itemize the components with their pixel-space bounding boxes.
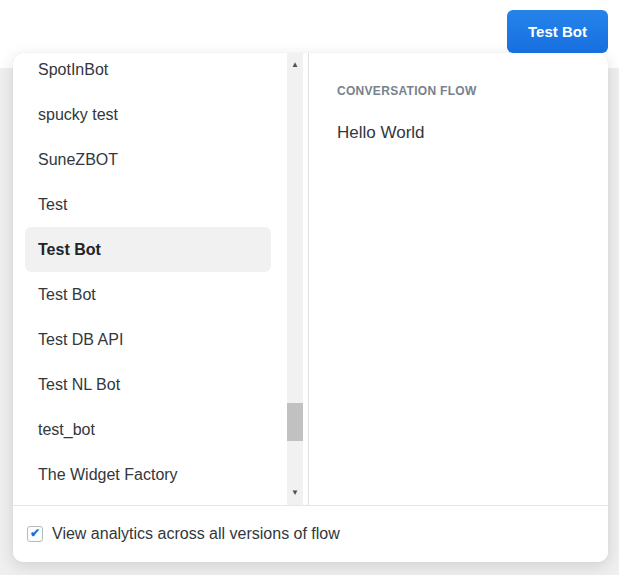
conversation-flow-header: CONVERSATION FLOW bbox=[337, 84, 588, 98]
flow-item[interactable]: Hello World bbox=[337, 123, 588, 143]
panel-footer: ✔ View analytics across all versions of … bbox=[13, 505, 608, 562]
test-bot-button[interactable]: Test Bot bbox=[507, 10, 608, 53]
analytics-checkbox-label[interactable]: View analytics across all versions of fl… bbox=[52, 525, 340, 543]
scrollbar[interactable]: ▲ ▼ bbox=[287, 53, 303, 505]
bot-selector-panel: SpotInBotspucky testSuneZBOTTestTest Bot… bbox=[13, 53, 608, 562]
list-item[interactable]: SpotInBot bbox=[25, 53, 271, 92]
conversation-flow-panel: CONVERSATION FLOW Hello World bbox=[309, 53, 608, 505]
checkmark-icon: ✔ bbox=[30, 527, 40, 539]
list-item[interactable]: Test DB API bbox=[25, 317, 271, 362]
scrollbar-thumb[interactable] bbox=[287, 403, 303, 441]
list-item[interactable]: spucky test bbox=[25, 92, 271, 137]
bot-list: SpotInBotspucky testSuneZBOTTestTest Bot… bbox=[13, 53, 287, 505]
list-item[interactable]: The Widget Factory bbox=[25, 452, 271, 497]
panel-main-row: SpotInBotspucky testSuneZBOTTestTest Bot… bbox=[13, 53, 608, 505]
scroll-down-icon[interactable]: ▼ bbox=[287, 485, 303, 499]
bot-list-column: SpotInBotspucky testSuneZBOTTestTest Bot… bbox=[13, 53, 309, 505]
list-item[interactable]: Test Bot bbox=[25, 272, 271, 317]
scroll-up-icon[interactable]: ▲ bbox=[287, 57, 303, 71]
list-item[interactable]: Test bbox=[25, 182, 271, 227]
list-item[interactable]: SuneZBOT bbox=[25, 137, 271, 182]
flow-list: Hello World bbox=[337, 123, 588, 143]
analytics-checkbox[interactable]: ✔ bbox=[27, 526, 43, 542]
list-item[interactable]: Test Bot bbox=[25, 227, 271, 272]
list-item[interactable]: test_bot bbox=[25, 407, 271, 452]
list-item[interactable]: Test NL Bot bbox=[25, 362, 271, 407]
